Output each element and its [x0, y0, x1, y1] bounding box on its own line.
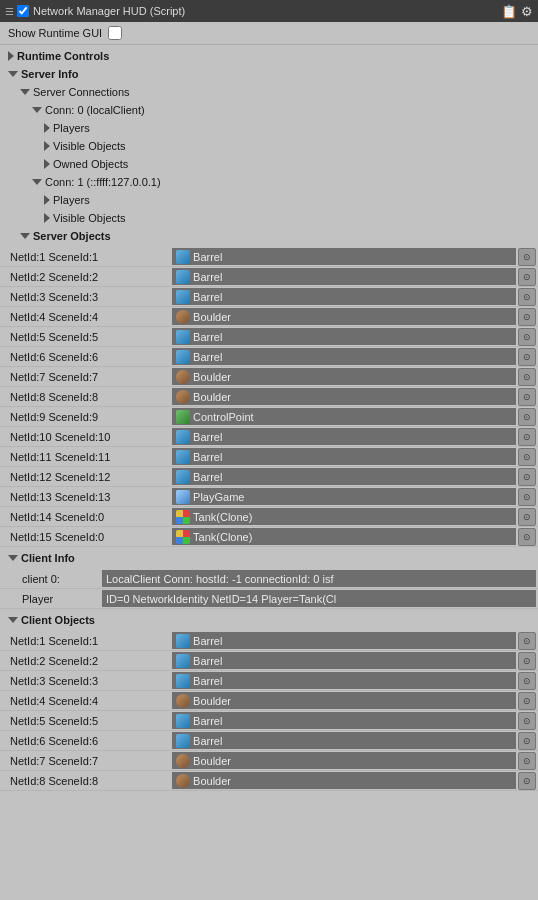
server-objects-arrow: [20, 233, 30, 239]
table-row[interactable]: NetId:13 SceneId:13 PlayGame⊙: [0, 487, 538, 507]
conn1-visible-label: Visible Objects: [53, 212, 126, 224]
show-runtime-gui-checkbox[interactable]: [108, 26, 122, 40]
player-value: ID=0 NetworkIdentity NetID=14 Player=Tan…: [102, 590, 536, 607]
net-id-label: NetId:6 SceneId:6: [2, 351, 172, 363]
client-info-item[interactable]: Client Info: [0, 549, 538, 567]
object-select-button[interactable]: ⊙: [518, 508, 536, 526]
player-label: Player: [2, 593, 102, 605]
barrel-icon: [176, 634, 190, 648]
tank-icon: [176, 530, 190, 544]
table-row[interactable]: NetId:3 SceneId:3 Barrel⊙: [0, 671, 538, 691]
object-select-button[interactable]: ⊙: [518, 308, 536, 326]
table-row[interactable]: NetId:3 SceneId:3 Barrel⊙: [0, 287, 538, 307]
table-row[interactable]: NetId:9 SceneId:9 ControlPoint⊙: [0, 407, 538, 427]
object-select-button[interactable]: ⊙: [518, 752, 536, 770]
object-select-button[interactable]: ⊙: [518, 652, 536, 670]
title-bar-right: 📋 ⚙: [501, 4, 533, 19]
net-id-label: NetId:2 SceneId:2: [2, 655, 172, 667]
object-select-button[interactable]: ⊙: [518, 632, 536, 650]
table-row[interactable]: NetId:5 SceneId:5 Barrel⊙: [0, 711, 538, 731]
object-select-button[interactable]: ⊙: [518, 732, 536, 750]
net-id-label: NetId:5 SceneId:5: [2, 715, 172, 727]
table-row[interactable]: NetId:8 SceneId:8 Boulder⊙: [0, 387, 538, 407]
net-value-box: Barrel: [172, 348, 516, 365]
object-select-button[interactable]: ⊙: [518, 772, 536, 790]
object-select-button[interactable]: ⊙: [518, 468, 536, 486]
conn0-item[interactable]: Conn: 0 (localClient): [0, 101, 538, 119]
table-row[interactable]: NetId:4 SceneId:4 Boulder⊙: [0, 307, 538, 327]
object-select-button[interactable]: ⊙: [518, 248, 536, 266]
settings-icon[interactable]: ⚙: [521, 4, 533, 19]
object-select-button[interactable]: ⊙: [518, 488, 536, 506]
conn1-visible-item[interactable]: Visible Objects: [0, 209, 538, 227]
conn1-item[interactable]: Conn: 1 (::ffff:127.0.0.1): [0, 173, 538, 191]
object-select-button[interactable]: ⊙: [518, 268, 536, 286]
table-row[interactable]: NetId:14 SceneId:0 Tank(Clone)⊙: [0, 507, 538, 527]
table-row[interactable]: NetId:7 SceneId:7 Boulder⊙: [0, 367, 538, 387]
server-objects-item[interactable]: Server Objects: [0, 227, 538, 245]
table-row[interactable]: NetId:7 SceneId:7 Boulder⊙: [0, 751, 538, 771]
conn1-players-item[interactable]: Players: [0, 191, 538, 209]
object-select-button[interactable]: ⊙: [518, 692, 536, 710]
net-value-box: Barrel: [172, 652, 516, 669]
object-select-button[interactable]: ⊙: [518, 428, 536, 446]
script-enabled-checkbox[interactable]: [17, 5, 29, 17]
net-id-label: NetId:3 SceneId:3: [2, 291, 172, 303]
object-select-button[interactable]: ⊙: [518, 288, 536, 306]
object-name: PlayGame: [193, 491, 244, 503]
boulder-icon: [176, 390, 190, 404]
menu-icon[interactable]: ☰: [5, 6, 14, 17]
object-name: Barrel: [193, 715, 222, 727]
table-row[interactable]: NetId:4 SceneId:4 Boulder⊙: [0, 691, 538, 711]
object-select-button[interactable]: ⊙: [518, 328, 536, 346]
net-value-box: Boulder: [172, 368, 516, 385]
server-connections-label: Server Connections: [33, 86, 130, 98]
client0-row: client 0: LocalClient Conn: hostId: -1 c…: [0, 569, 538, 589]
object-select-button[interactable]: ⊙: [518, 672, 536, 690]
table-row[interactable]: NetId:8 SceneId:8 Boulder⊙: [0, 771, 538, 791]
object-select-button[interactable]: ⊙: [518, 348, 536, 366]
table-row[interactable]: NetId:15 SceneId:0 Tank(Clone)⊙: [0, 527, 538, 547]
server-info-label: Server Info: [21, 68, 78, 80]
table-row[interactable]: NetId:5 SceneId:5 Barrel⊙: [0, 327, 538, 347]
table-row[interactable]: NetId:2 SceneId:2 Barrel⊙: [0, 267, 538, 287]
net-value-box: Boulder: [172, 772, 516, 789]
object-name: Barrel: [193, 451, 222, 463]
conn0-players-arrow: [44, 123, 50, 133]
table-row[interactable]: NetId:11 SceneId:11 Barrel⊙: [0, 447, 538, 467]
client0-value: LocalClient Conn: hostId: -1 connectionI…: [102, 570, 536, 587]
boulder-icon: [176, 754, 190, 768]
object-name: Barrel: [193, 351, 222, 363]
barrel-icon: [176, 450, 190, 464]
conn0-visible-item[interactable]: Visible Objects: [0, 137, 538, 155]
title-bar-title: Network Manager HUD (Script): [33, 5, 497, 17]
net-id-label: NetId:8 SceneId:8: [2, 775, 172, 787]
conn0-players-item[interactable]: Players: [0, 119, 538, 137]
object-select-button[interactable]: ⊙: [518, 408, 536, 426]
client-objects-item[interactable]: Client Objects: [0, 611, 538, 629]
table-row[interactable]: NetId:6 SceneId:6 Barrel⊙: [0, 347, 538, 367]
table-row[interactable]: NetId:12 SceneId:12 Barrel⊙: [0, 467, 538, 487]
net-id-label: NetId:15 SceneId:0: [2, 531, 172, 543]
table-row[interactable]: NetId:2 SceneId:2 Barrel⊙: [0, 651, 538, 671]
net-value-box: Barrel: [172, 248, 516, 265]
object-select-button[interactable]: ⊙: [518, 528, 536, 546]
table-row[interactable]: NetId:10 SceneId:10 Barrel⊙: [0, 427, 538, 447]
object-name: Barrel: [193, 735, 222, 747]
client-info-label: Client Info: [21, 552, 75, 564]
net-value-box: Barrel: [172, 632, 516, 649]
conn1-players-arrow: [44, 195, 50, 205]
object-select-button[interactable]: ⊙: [518, 448, 536, 466]
table-row[interactable]: NetId:1 SceneId:1 Barrel⊙: [0, 247, 538, 267]
table-row[interactable]: NetId:1 SceneId:1 Barrel⊙: [0, 631, 538, 651]
object-select-button[interactable]: ⊙: [518, 368, 536, 386]
server-info-item[interactable]: Server Info: [0, 65, 538, 83]
show-runtime-gui-label: Show Runtime GUI: [8, 27, 102, 39]
server-connections-item[interactable]: Server Connections: [0, 83, 538, 101]
runtime-controls-item[interactable]: Runtime Controls: [0, 47, 538, 65]
object-select-button[interactable]: ⊙: [518, 712, 536, 730]
conn0-owned-item[interactable]: Owned Objects: [0, 155, 538, 173]
object-select-button[interactable]: ⊙: [518, 388, 536, 406]
copy-icon[interactable]: 📋: [501, 4, 517, 19]
table-row[interactable]: NetId:6 SceneId:6 Barrel⊙: [0, 731, 538, 751]
